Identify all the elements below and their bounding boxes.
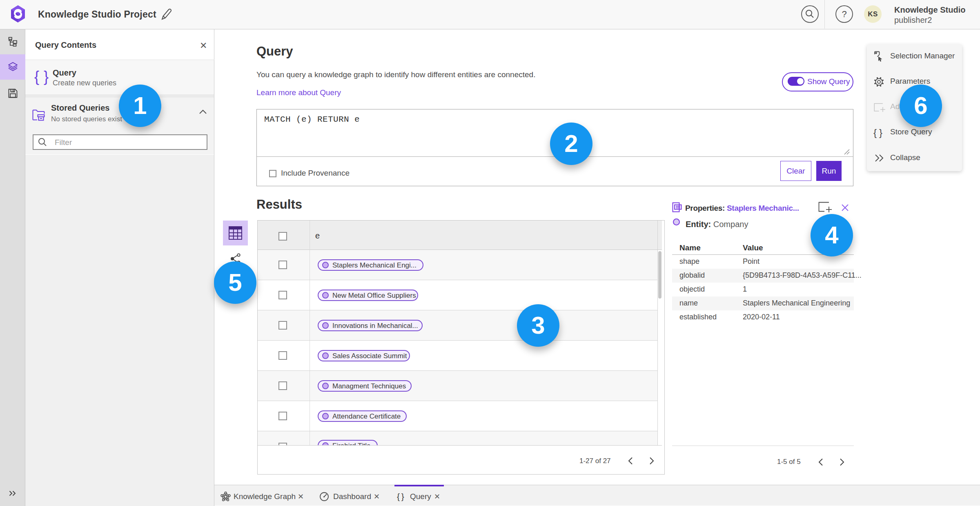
- svg-text:?: ?: [842, 9, 846, 19]
